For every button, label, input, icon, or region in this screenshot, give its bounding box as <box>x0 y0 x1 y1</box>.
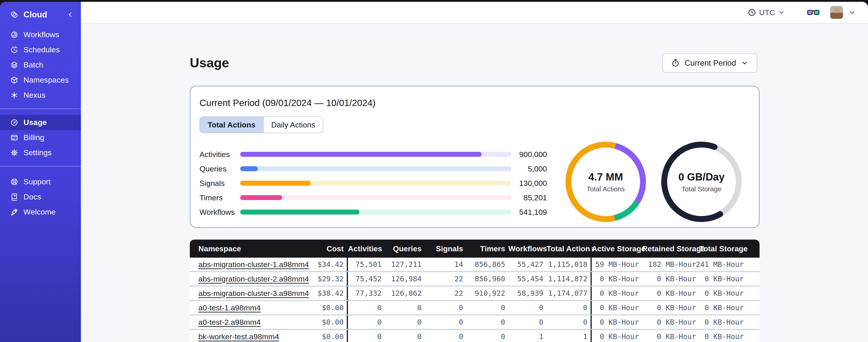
cell-activities: 75,452 <box>347 272 385 285</box>
bar-fill <box>240 181 311 186</box>
sidebar-item-schedules[interactable]: Schedules <box>0 42 81 57</box>
bar-value: 130,000 <box>511 179 547 188</box>
sidebar-item-welcome[interactable]: Welcome <box>0 204 81 219</box>
donut-center: 0 GB/DayTotal Storage <box>661 142 742 222</box>
namespace-link[interactable]: a0-test-1.a98mm4 <box>198 303 261 312</box>
sidebar-item-nexus[interactable]: Nexus <box>0 88 81 103</box>
cell-active_storage: 59 MB-Hour <box>591 258 642 271</box>
sidebar-item-billing[interactable]: Billing <box>0 130 81 145</box>
cell-cost: $29.32 <box>307 272 347 285</box>
sidebar-item-label: Workflows <box>24 30 59 39</box>
clock-icon <box>747 8 756 17</box>
card-body: Activities900,000Queries5,000Signals130,… <box>199 147 750 222</box>
column-header-queries: Queries <box>385 244 425 253</box>
cell-workflows: 55,454 <box>508 272 547 285</box>
cell-workflows: 0 <box>508 315 547 329</box>
glasses-icon[interactable] <box>807 8 820 17</box>
namespace-usage-table: NamespaceCostActivitiesQueriesSignalsTim… <box>190 240 760 342</box>
cell-total_actions: 1 <box>547 330 591 342</box>
sidebar-item-docs[interactable]: Docs <box>0 189 81 204</box>
sidebar-item-settings[interactable]: Settings <box>0 145 81 160</box>
current-period-card: Current Period (09/01/2024 — 10/01/2024)… <box>190 86 760 228</box>
cell-activities: 77,332 <box>347 286 385 300</box>
cell-namespace: a0-test-2.a98mm4 <box>194 315 307 329</box>
nexus-icon <box>10 91 19 100</box>
cell-namespace: bk-worker-test.a98mm4 <box>194 330 307 342</box>
cell-cost: $0.00 <box>307 301 347 314</box>
cell-cost: $34.42 <box>307 258 347 271</box>
sidebar-item-label: Nexus <box>24 91 45 100</box>
sidebar-divider <box>0 108 81 109</box>
tab-total-actions[interactable]: Total Actions <box>200 117 263 133</box>
cell-activities: 75,501 <box>347 258 385 271</box>
bar-fill <box>240 152 482 157</box>
cell-active_storage: 0 KB-Hour <box>591 301 642 314</box>
cell-active_storage: 0 KB-Hour <box>591 315 642 329</box>
brand-label: Cloud <box>24 10 66 20</box>
sidebar-nav-resources: SupportDocsWelcome <box>0 174 81 219</box>
sidebar-item-batch[interactable]: Batch <box>0 57 81 72</box>
cell-namespace: abs-migration-cluster-1.a98mm4 <box>194 258 307 271</box>
billing-icon <box>10 133 19 142</box>
cell-workflows: 0 <box>508 301 547 314</box>
cell-cost: $0.00 <box>307 330 347 342</box>
collapse-sidebar-icon[interactable] <box>66 11 74 19</box>
table-body: abs-migration-cluster-1.a98mm4$34.4275,5… <box>190 258 760 342</box>
sidebar-item-label: Batch <box>24 61 43 69</box>
cell-namespace: abs-migration-cluster-3.a98mm4 <box>194 286 307 300</box>
namespace-link[interactable]: bk-worker-test.a98mm4 <box>198 332 279 341</box>
cell-total_storage: 241 MB-Hour <box>699 258 747 271</box>
cell-timers: 910,922 <box>466 286 508 300</box>
sidebar-item-namespaces[interactable]: Namespaces <box>0 72 81 88</box>
table-row: abs-migration-cluster-1.a98mm4$34.4275,5… <box>190 258 760 272</box>
cell-total_storage: 0 KB-Hour <box>699 301 747 314</box>
bar-label: Activities <box>199 150 240 159</box>
cell-workflows: 58,939 <box>508 286 547 300</box>
namespace-link[interactable]: abs-migration-cluster-2.a98mm4 <box>198 275 309 283</box>
app-window: Cloud WorkflowsSchedulesBatchNamespacesN… <box>0 2 868 342</box>
bar-value: 85,201 <box>511 193 547 202</box>
sidebar-item-support[interactable]: Support <box>0 174 81 189</box>
namespace-link[interactable]: abs-migration-cluster-1.a98mm4 <box>198 260 309 269</box>
timezone-selector[interactable]: UTC <box>747 8 785 17</box>
user-avatar[interactable] <box>830 6 843 19</box>
cell-timers: 0 <box>466 330 508 342</box>
bar-fill <box>240 195 282 200</box>
bar-track <box>240 152 511 157</box>
topbar: UTC <box>81 2 868 24</box>
cell-total_actions: 1,114,872 <box>547 272 591 285</box>
usage-bar-queries: Queries5,000 <box>199 162 547 176</box>
bar-track <box>240 210 511 214</box>
cell-signals: 0 <box>425 301 466 314</box>
sidebar: Cloud WorkflowsSchedulesBatchNamespacesN… <box>0 2 81 342</box>
column-header-workflows: Workflows <box>508 244 547 253</box>
cell-queries: 0 <box>385 330 425 342</box>
bar-value: 900,000 <box>511 150 547 159</box>
sidebar-item-workflows[interactable]: Workflows <box>0 27 81 42</box>
usage-icon <box>10 118 19 127</box>
cell-activities: 0 <box>347 330 385 342</box>
cell-total_actions: 0 <box>547 301 591 314</box>
sidebar-item-usage[interactable]: Usage <box>0 115 81 130</box>
namespace-link[interactable]: a0-test-2.a98mm4 <box>198 318 261 327</box>
bar-track <box>240 166 511 171</box>
cell-namespace: a0-test-1.a98mm4 <box>194 301 307 314</box>
account-menu-chevron-icon[interactable] <box>848 8 856 16</box>
bar-fill <box>240 210 360 214</box>
cell-queries: 126,862 <box>385 286 425 300</box>
column-header-timers: Timers <box>466 244 508 253</box>
cell-queries: 127,211 <box>385 258 425 271</box>
chevron-down-icon <box>778 8 785 16</box>
tab-daily-actions[interactable]: Daily Actions <box>263 117 323 133</box>
cell-total_actions: 1,115,018 <box>547 258 591 271</box>
bar-label: Timers <box>199 193 240 202</box>
namespace-link[interactable]: abs-migration-cluster-3.a98mm4 <box>198 289 309 298</box>
usage-page: Usage Current Period Current Period (09/… <box>81 24 868 342</box>
sidebar-item-label: Billing <box>24 133 44 142</box>
current-period-title: Current Period (09/01/2024 — 10/01/2024) <box>199 98 750 108</box>
cell-namespace: abs-migration-cluster-2.a98mm4 <box>194 272 307 285</box>
chevron-down-icon <box>741 59 749 67</box>
sidebar-nav-account: UsageBillingSettings <box>0 115 81 160</box>
period-selector-button[interactable]: Current Period <box>662 53 757 73</box>
stopwatch-icon <box>671 59 680 67</box>
